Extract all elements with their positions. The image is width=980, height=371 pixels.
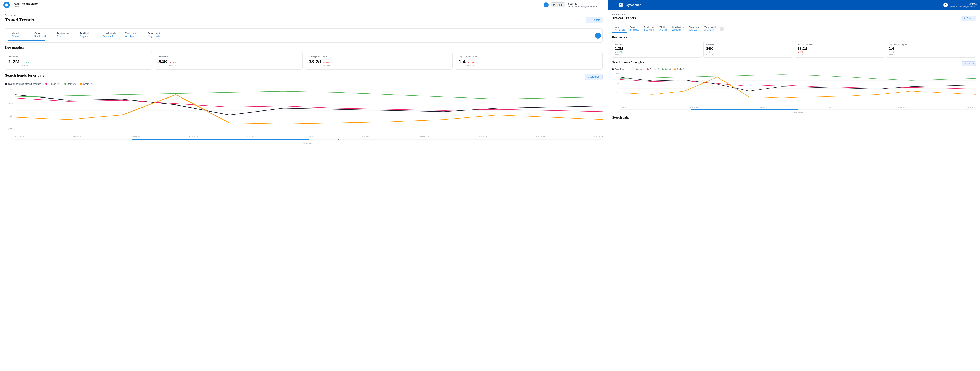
legend-eye-italy[interactable] bbox=[73, 82, 76, 85]
more-options-button[interactable] bbox=[602, 3, 604, 7]
right-chart-scrollbar[interactable] bbox=[620, 109, 976, 111]
xtick-0628: 2020-06-28 bbox=[535, 136, 545, 138]
metric-pax: Avg. number of pax 1.4 ▼ -45% vs 2019 bbox=[455, 52, 603, 70]
dot2 bbox=[603, 5, 603, 5]
filter-traveltype-value: Any type bbox=[125, 35, 140, 38]
filter-travelmonth-label: Travel month bbox=[148, 32, 162, 35]
metric-pax-name: Avg. number of pax bbox=[458, 55, 599, 58]
right-legend-eye-italy[interactable] bbox=[669, 68, 672, 70]
right-panel: Skyscanner 1 Settings lauretta.donnelly@… bbox=[608, 0, 980, 371]
right-legend-item-greece: Greece bbox=[647, 68, 660, 70]
right-metric-searches-change: ▲ 0.5% bbox=[615, 51, 699, 53]
metric-leadtime-value: 38.2d bbox=[309, 59, 321, 65]
right-filter-tab-market[interactable]: Market All markets bbox=[612, 25, 627, 33]
right-chart-x-axis-label: Search date bbox=[620, 111, 976, 113]
right-metric-searches-name: Searches bbox=[615, 43, 699, 46]
hamburger-line2 bbox=[612, 5, 616, 5]
filter-tab-traveltype[interactable]: Travel type Any type bbox=[121, 30, 144, 40]
chart-area: 1.5M 1.1M 750K 375K 0 bbox=[5, 88, 603, 144]
trends-header: Search trends for origins Customise bbox=[5, 74, 603, 80]
right-filter-origin-value: 3 selected bbox=[630, 29, 639, 31]
metric-pax-row: 1.4 ▼ -45% vs 2019 bbox=[458, 59, 599, 67]
filter-tab-travelmonth[interactable]: Travel month Any month bbox=[144, 30, 167, 40]
chart-scrollbar[interactable] bbox=[15, 138, 603, 140]
right-legend-item-italy: Italy bbox=[662, 68, 671, 70]
export-label: Export bbox=[593, 19, 600, 21]
right-filter-tab-origin[interactable]: Origin 3 selected bbox=[627, 25, 642, 33]
metric-redirects-value: 84K bbox=[159, 59, 167, 65]
left-panel: Travel Insight Vision Nubibus Help Setti… bbox=[0, 0, 608, 371]
legend-dot-italy bbox=[64, 83, 67, 85]
ytick-1.1m: 1.1M bbox=[9, 102, 13, 104]
right-filter-length-value: Any length bbox=[672, 29, 684, 31]
settings-block: Settings lauretta.donnelly@nubibus.tr... bbox=[568, 2, 599, 8]
svg-point-15 bbox=[670, 69, 671, 70]
filter-origin-label: Origin bbox=[35, 32, 49, 35]
right-trends-header: Search trends for origins Customise bbox=[612, 61, 976, 67]
right-filter-length-label: Length of trip bbox=[672, 26, 684, 29]
dot1 bbox=[603, 3, 603, 4]
right-legend-label-overall: Overall average of top 5 markets bbox=[614, 68, 644, 70]
right-filter-next-button[interactable] bbox=[719, 27, 724, 31]
right-search-data-title: Search data bbox=[612, 116, 976, 119]
filter-tab-length[interactable]: Length of trip Any length bbox=[99, 30, 121, 40]
filter-length-label: Length of trip bbox=[103, 32, 117, 35]
filter-tab-tripkind[interactable]: Trip kind Any kind bbox=[76, 30, 99, 40]
right-filter-traveltype-label: Travel type bbox=[689, 26, 699, 29]
xtick-0622: 2020-06-22 bbox=[362, 136, 371, 138]
metric-searches-value: 1.2M bbox=[8, 59, 19, 65]
right-export-button[interactable]: Export bbox=[961, 16, 976, 21]
legend-dot-overall bbox=[5, 83, 7, 85]
right-legend-label-spain: Spain bbox=[677, 68, 682, 70]
right-metric-leadtime-vs: vs 2019 bbox=[797, 53, 882, 55]
xtick-0630: 2020-06-30 bbox=[593, 136, 603, 138]
svg-point-6 bbox=[91, 84, 92, 84]
legend-eye-spain[interactable] bbox=[91, 82, 93, 85]
help-button[interactable]: Help bbox=[551, 3, 565, 8]
metric-leadtime-vs: vs 2019 bbox=[323, 64, 330, 67]
filter-market-label: Market bbox=[12, 32, 26, 35]
app-logo bbox=[3, 2, 10, 8]
hamburger-line3 bbox=[612, 6, 616, 6]
right-filter-tabs: Market All markets Origin 3 selected Des… bbox=[612, 25, 976, 33]
right-filter-travelmonth-value: Any month bbox=[704, 29, 716, 31]
filter-next-button[interactable] bbox=[595, 33, 601, 38]
nav-right-actions: Help Settings lauretta.donnelly@nubibus.… bbox=[551, 2, 604, 8]
right-filter-tab-destination[interactable]: Destination 5 selected bbox=[641, 25, 657, 33]
right-filter-tab-traveltype[interactable]: Travel type Any type bbox=[687, 25, 702, 33]
right-page-title: Travel Trends bbox=[612, 16, 636, 21]
legend-eye-greece[interactable] bbox=[57, 82, 60, 85]
right-metric-pax-vs: vs 2019 bbox=[889, 53, 973, 55]
right-ytick-375k: 375K bbox=[614, 101, 619, 103]
svg-point-0 bbox=[5, 3, 8, 6]
metric-leadtime-name: Average lead time bbox=[309, 55, 449, 58]
right-filter-tab-tripkind[interactable]: Trip kind Any kind bbox=[657, 25, 670, 33]
right-filter-tab-length[interactable]: Length of trip Any length bbox=[670, 25, 687, 33]
filter-tab-origin[interactable]: Origin 3 selected bbox=[30, 30, 53, 40]
filter-tab-market[interactable]: Market All markets bbox=[8, 30, 30, 40]
right-metric-pax: Avg. number of pax 1.4 ▼ -45% vs 2019 bbox=[886, 41, 976, 57]
metric-leadtime-change: ▼ 6% bbox=[323, 62, 330, 64]
right-metric-pax-name: Avg. number of pax bbox=[889, 43, 973, 46]
metric-searches-name: Searches bbox=[8, 55, 149, 58]
right-legend-item-overall: Overall average of top 5 markets bbox=[612, 68, 644, 70]
chart-svg-container bbox=[15, 88, 603, 133]
right-legend-eye-greece[interactable] bbox=[657, 68, 660, 70]
right-filter-tab-travelmonth[interactable]: Travel month Any month bbox=[702, 25, 719, 33]
right-chart-x-labels: 2020-06-10 2020-06-14 2020-06-18 2020-06… bbox=[620, 107, 976, 109]
right-ytick-750k: 750K bbox=[614, 92, 619, 94]
skyscanner-logo-text: Skyscanner bbox=[624, 3, 641, 6]
customise-button[interactable]: Customise bbox=[585, 74, 603, 80]
chart-x-axis-label: Search date bbox=[15, 142, 603, 144]
xtick-0610: 2020-06-10 bbox=[15, 136, 24, 138]
right-legend-eye-spain[interactable] bbox=[682, 68, 685, 70]
right-filter-traveltype-value: Any type bbox=[689, 29, 699, 31]
svg-point-4 bbox=[59, 84, 59, 84]
chart-legend: Overall average of top 5 markets Greece … bbox=[5, 82, 603, 85]
nav-collapse-button[interactable] bbox=[544, 3, 549, 8]
filter-tab-destination[interactable]: Destination 5 selected bbox=[53, 30, 76, 40]
hamburger-menu[interactable] bbox=[611, 3, 616, 7]
right-filter-origin-label: Origin bbox=[630, 26, 639, 29]
export-button[interactable]: Export bbox=[585, 17, 603, 23]
right-customise-button[interactable]: Customise bbox=[962, 62, 976, 66]
